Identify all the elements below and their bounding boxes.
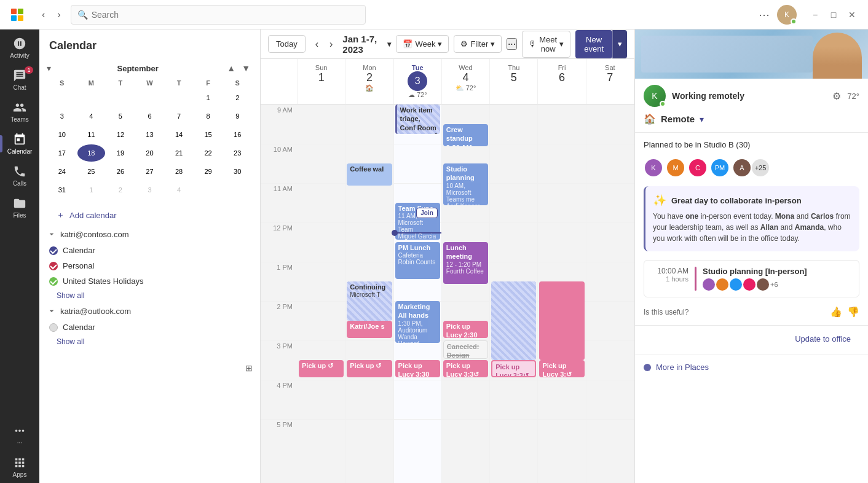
day-header-mon[interactable]: Mon 2 🏠	[345, 59, 393, 104]
event-pickup-wed-330[interactable]: Pick up Lucy 3:3↺	[443, 360, 488, 377]
mini-cal-day[interactable]: 12	[106, 126, 135, 143]
mini-cal-down[interactable]: ▼	[239, 62, 253, 74]
event-canceled-design[interactable]: Canceled: Design session	[443, 340, 488, 359]
mini-cal-day[interactable]: 2	[106, 181, 135, 198]
event-pickup-mon[interactable]: Pick up ↺	[347, 360, 392, 377]
sidebar-item-calendar[interactable]: Calendar	[2, 128, 37, 160]
mini-cal-day[interactable]: 16	[223, 126, 251, 143]
rp-more-places[interactable]: More in Places	[635, 358, 868, 377]
expand-panel-button[interactable]: ⊞	[245, 363, 253, 373]
mini-cal-day[interactable]: 25	[77, 163, 106, 180]
update-to-office-button[interactable]: Update to office	[795, 334, 851, 344]
mini-cal-day[interactable]	[194, 181, 223, 198]
thumbs-up-button[interactable]: 👍	[830, 306, 842, 318]
day-col-mon[interactable]: Coffee wal Continuing Microsoft T Katri/…	[345, 104, 393, 483]
day-col-fri[interactable]: Pick up Lucy 3:↺	[538, 104, 586, 483]
thumbs-down-button[interactable]: 👎	[847, 306, 859, 318]
event-katri-joe[interactable]: Katri/Joe s	[347, 321, 392, 338]
rp-settings-button[interactable]: ⚙	[832, 90, 841, 102]
rp-avatar-2[interactable]: M	[666, 158, 685, 178]
event-crew-standup[interactable]: Crew standup 9:30 AM, ↺	[443, 124, 488, 146]
sidebar-item-calls[interactable]: Calls	[2, 160, 37, 192]
search-input[interactable]	[92, 10, 359, 20]
sidebar-item-chat[interactable]: 1 Chat	[2, 64, 37, 96]
mini-cal-day[interactable]: 11	[77, 126, 106, 143]
mini-cal-day[interactable]: 9	[223, 108, 251, 125]
event-fri-overflow[interactable]	[539, 281, 584, 360]
mini-cal-day[interactable]: 29	[194, 163, 223, 180]
mini-cal-day[interactable]: 13	[136, 126, 164, 143]
mini-cal-day[interactable]: 22	[194, 144, 223, 162]
event-team-sync[interactable]: Team Sync 11 AM, Microsoft TeamMiguel Ga…	[395, 203, 440, 240]
sidebar-item-activity[interactable]: Activity	[2, 32, 37, 64]
rp-avatars-plus[interactable]: +25	[751, 158, 770, 178]
section-collapse-katria[interactable]: katria@outlook.com	[39, 302, 260, 320]
new-event-button[interactable]: New event	[575, 30, 612, 58]
rp-user-avatar[interactable]: K	[644, 85, 666, 107]
join-button[interactable]: Join	[416, 208, 438, 218]
new-event-dropdown-button[interactable]: ▾	[612, 30, 627, 58]
close-button[interactable]: ✕	[843, 6, 861, 23]
mini-cal-day[interactable]: 19	[106, 144, 135, 162]
meet-now-button[interactable]: 🎙 Meet now ▾	[522, 31, 570, 58]
event-pickup-tue[interactable]: Pick up Lucy 3:30 PM	[395, 360, 440, 377]
minimize-button[interactable]: −	[807, 6, 824, 23]
calendar-item-holidays[interactable]: United States Holidays	[44, 273, 255, 289]
day-col-sat[interactable]	[586, 104, 634, 483]
mini-cal-day[interactable]	[48, 89, 76, 106]
mini-cal-day[interactable]	[136, 89, 164, 106]
mini-cal-day[interactable]: 17	[48, 144, 76, 162]
mini-cal-day[interactable]: 24	[48, 163, 76, 180]
mini-cal-day[interactable]: 20	[136, 144, 164, 162]
sidebar-item-apps[interactable]: Apps	[2, 451, 37, 483]
day-header-sat[interactable]: Sat 7	[586, 59, 634, 104]
maximize-button[interactable]: □	[825, 6, 842, 23]
prev-week-button[interactable]: ‹	[310, 35, 323, 53]
mini-cal-day[interactable]: 6	[136, 108, 164, 125]
day-header-wed[interactable]: Wed 4 ⛅ 72°	[442, 59, 490, 104]
mini-cal-day[interactable]: 3	[48, 108, 76, 125]
user-avatar[interactable]: K	[777, 5, 797, 25]
day-col-thu[interactable]: Pick up Lucy 3:3↺	[490, 104, 538, 483]
mini-cal-up[interactable]: ▲	[224, 62, 238, 74]
section-collapse-katri[interactable]: katri@contoso.com	[39, 226, 260, 243]
more-toolbar-button[interactable]: ⋯	[507, 38, 517, 50]
mini-cal-day[interactable]: 21	[165, 144, 193, 162]
next-week-button[interactable]: ›	[325, 35, 337, 53]
mini-cal-day[interactable]: 15	[194, 126, 223, 143]
event-marketing-all-hands[interactable]: Marketing All hands 1:30 PM, AuditoriumW…	[395, 301, 440, 343]
rp-location-dropdown-button[interactable]: ▾	[700, 114, 704, 124]
mini-cal-day[interactable]	[223, 181, 251, 198]
show-all-katri[interactable]: Show all	[39, 289, 260, 302]
mini-cal-day[interactable]: 31	[48, 181, 76, 198]
mini-cal-day[interactable]: 26	[106, 163, 135, 180]
day-header-fri[interactable]: Fri 6	[538, 59, 586, 104]
event-pickup-wed-230[interactable]: Pick up Lucy 2:30 PM ↺	[443, 321, 488, 338]
today-button[interactable]: Today	[268, 35, 306, 53]
show-all-katria[interactable]: Show all	[39, 335, 260, 348]
mini-cal-day[interactable]: 23	[223, 144, 251, 162]
filter-button[interactable]: ⚙ Filter ▾	[454, 35, 502, 53]
sidebar-item-teams[interactable]: Teams	[2, 96, 37, 128]
mini-cal-day[interactable]: 14	[165, 126, 193, 143]
date-range[interactable]: Jan 1-7, 2023 ▾	[342, 34, 391, 55]
day-header-sun[interactable]: Sun 1	[298, 59, 345, 104]
event-studio-planning[interactable]: Studio planning 10 AM, Microsoft Teams m…	[443, 163, 488, 205]
sidebar-item-more[interactable]: ···	[2, 419, 37, 451]
rp-event-card[interactable]: 10:00 AM 1 hours Studio planning [In-per…	[644, 260, 859, 297]
day-header-thu[interactable]: Thu 5	[490, 59, 538, 104]
mini-cal-day[interactable]: 28	[165, 163, 193, 180]
day-header-tue[interactable]: Tue 3 ☁ 72°	[394, 59, 442, 104]
forward-button[interactable]: ›	[52, 6, 65, 24]
mini-cal-day[interactable]: 2	[223, 89, 251, 106]
calendar-item-personal[interactable]: Personal	[44, 258, 255, 273]
calendar-item[interactable]: Calendar	[44, 243, 255, 258]
event-lunch-meeting[interactable]: Lunch meeting 12 - 1:20 PMFourth Coffee	[443, 242, 488, 284]
mini-cal-day[interactable]: 7	[165, 108, 193, 125]
rp-avatar-3[interactable]: C	[688, 158, 708, 178]
more-options-button[interactable]: ⋯	[756, 6, 772, 24]
mini-cal-day[interactable]: 27	[136, 163, 164, 180]
rp-avatar-1[interactable]: K	[644, 158, 663, 178]
event-thu-striped[interactable]	[491, 281, 536, 360]
mini-cal-day[interactable]: 4	[165, 181, 193, 198]
